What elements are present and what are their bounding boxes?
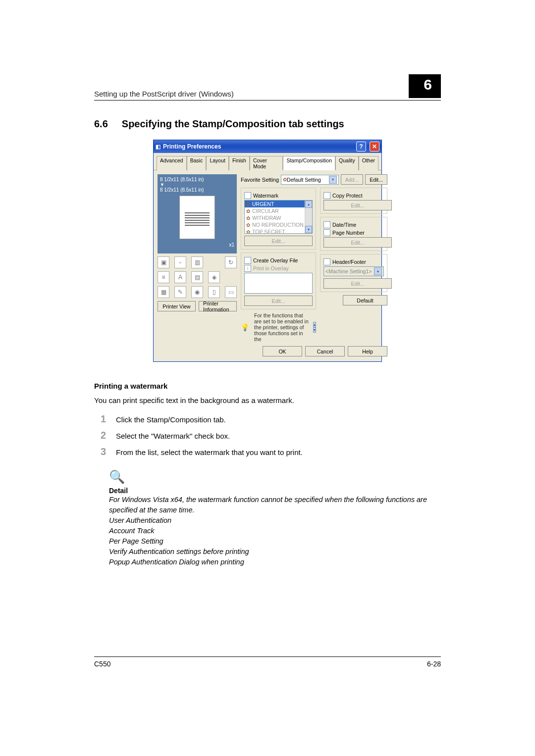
detail-line: Popup Authentication Dialog when printin… [109,557,441,567]
option-icon[interactable]: ↻ [225,256,237,268]
ok-button[interactable]: OK [263,346,302,356]
printer-info-button[interactable]: Printer Information [199,301,237,311]
overlay-edit-button[interactable]: Edit... [244,296,313,306]
option-icon[interactable]: ▫ [174,256,186,268]
tab-basic[interactable]: Basic [187,156,207,170]
help-icon[interactable]: ? [356,142,366,151]
step-text: From the list, select the watermark that… [116,448,303,456]
overlay-group: Create Overlay File iPrint in Overlay Ed… [241,252,316,309]
steps-list: 1Click the Stamp/Composition tab. 2Selec… [94,413,441,457]
breadcrumb: Setting up the PostScript driver (Window… [94,90,234,98]
option-icon[interactable]: ≡ [158,271,169,283]
pagenumber-checkbox[interactable] [323,229,330,236]
close-icon[interactable]: ✕ [370,142,379,151]
app-icon: ◧ [156,144,160,150]
dialog-title: Printing Preferences [163,143,353,150]
scrollbar[interactable]: ▴ ▾ [305,201,312,233]
chevron-down-icon: ▾ [374,267,382,275]
step-number: 1 [94,413,106,425]
watermark-edit-button[interactable]: Edit... [244,236,313,246]
chevron-down-icon[interactable]: ▾ [313,327,316,333]
footer-model: C550 [94,660,110,668]
copyprotect-edit-button[interactable]: Edit... [323,200,392,210]
bulb-icon: 💡 [241,323,249,331]
paper-dim-1: 8 1/2x11 (8.5x11 in) [160,177,234,182]
favorite-setting-combo[interactable]: ✿ Default Setting ▾ [281,175,339,185]
headerfooter-checkbox[interactable] [323,258,330,265]
gear-icon: ✿ [246,222,250,228]
tab-strip: Advanced Basic Layout Finish Cover Mode … [154,153,381,170]
watermark-label: Watermark [253,193,278,199]
add-button[interactable]: Add... [341,174,363,185]
gear-icon: ✿ [283,177,287,182]
option-icon[interactable]: ◈ [208,271,220,283]
step-number: 3 [94,446,106,457]
nup-label: x1 [160,242,234,248]
gear-icon: ✿ [246,202,250,207]
tab-covermode[interactable]: Cover Mode [250,156,283,170]
option-icon[interactable]: ▥ [191,256,203,268]
favorite-value: Default Setting [287,177,321,183]
headerfooter-group: Header/Footer <Machine Setting1> ▾ Edit.… [320,254,387,292]
detail-line: Account Track [109,526,441,536]
step-number: 2 [94,430,106,441]
option-icon[interactable]: ▭ [225,286,237,298]
help-button[interactable]: Help [348,346,387,356]
gear-icon: ✿ [246,215,250,221]
option-icon[interactable]: ▯ [208,286,220,298]
gear-icon: ✿ [246,208,250,214]
cancel-button[interactable]: Cancel [305,346,345,356]
detail-block: 🔍 Detail For Windows Vista x64, the wate… [94,469,441,567]
overlay-list[interactable] [244,273,313,294]
chevron-down-icon[interactable]: ▾ [305,226,312,233]
headerfooter-edit-button[interactable]: Edit... [323,278,392,289]
titlebar: ◧ Printing Preferences ? ✕ [154,140,381,153]
watermark-checkbox[interactable] [244,192,251,199]
gear-icon: ✿ [246,229,250,234]
dialog-screenshot: ◧ Printing Preferences ? ✕ Advanced Basi… [153,140,382,362]
copyprotect-checkbox[interactable] [323,192,330,199]
datetime-checkbox[interactable] [323,221,330,228]
tab-layout[interactable]: Layout [206,156,229,170]
tab-other[interactable]: Other [359,156,378,170]
datetime-edit-button[interactable]: Edit... [323,237,392,248]
chevron-up-icon[interactable]: ▴ [305,201,312,208]
running-header: Setting up the PostScript driver (Window… [94,74,441,101]
headerfooter-combo[interactable]: <Machine Setting1> ▾ [323,266,384,276]
option-icon[interactable]: A [174,271,186,283]
tab-advanced[interactable]: Advanced [157,156,187,170]
option-icon[interactable]: ◉ [191,286,203,298]
datetime-label: Date/Time [332,222,356,228]
option-icon[interactable]: ▦ [158,286,169,298]
detail-line: User Authentication [109,515,441,526]
section-heading: Specifying the Stamp/Composition tab set… [122,118,344,130]
chevron-down-icon: ▾ [329,176,337,184]
copyprotect-label: Copy Protect [332,193,363,199]
chapter-number: 6 [409,74,441,98]
option-icon[interactable]: ▤ [191,271,203,283]
pagenumber-label: Page Number [332,230,365,236]
tab-finish[interactable]: Finish [229,156,250,170]
chevron-up-icon[interactable]: ▴ [313,322,316,327]
printer-view-button[interactable]: Printer View [158,301,196,311]
option-icon[interactable]: ▣ [158,256,169,268]
detail-heading: Detail [109,487,441,495]
info-icon: i [244,265,251,272]
preview-options-row1: ▣ ▫ ▥ ↻ [158,256,237,268]
create-overlay-label: Create Overlay File [253,257,298,263]
detail-line: For Windows Vista x64, the watermark fun… [109,495,441,515]
edit-button[interactable]: Edit... [365,174,387,185]
default-button[interactable]: Default [343,295,387,305]
tab-stampcomposition[interactable]: Stamp/Composition [283,156,335,170]
tab-quality[interactable]: Quality [335,156,359,170]
print-overlay-label: Print in Overlay [253,265,289,271]
info-bar: 💡 For the functions that are set to be e… [241,312,316,342]
datetime-group: Date/Time Page Number Edit... [320,217,387,251]
magnifier-icon: 🔍 [109,469,441,485]
page-footer: C550 6-28 [94,656,441,668]
headerfooter-label: Header/Footer [332,259,366,265]
create-overlay-checkbox[interactable] [244,257,251,264]
intro-text: You can print specific text in the backg… [94,396,441,404]
watermark-list[interactable]: ✿URGENT ✿CIRCULAR ✿WITHDRAW ✿NO REPRODUC… [244,200,313,234]
option-icon[interactable]: ✎ [174,286,186,298]
